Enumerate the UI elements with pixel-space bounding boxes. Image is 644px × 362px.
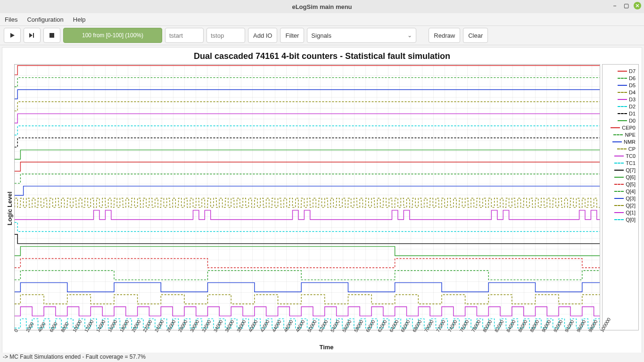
trace-TC0 — [15, 210, 600, 220]
legend: D7D6D5D4D3D2D1D0CEP0NPENMRCPTC0TC1Q[7]Q[… — [602, 64, 639, 330]
legend-label: D0 — [629, 118, 636, 123]
trace-D7 — [15, 66, 600, 75]
legend-item[interactable]: TC1 — [605, 160, 636, 166]
trace-D0 — [15, 150, 600, 159]
trace-TC1 — [15, 222, 600, 232]
legend-item[interactable]: CP — [605, 146, 636, 152]
legend-item[interactable]: D1 — [605, 111, 636, 116]
trace-Q[2] — [15, 295, 600, 304]
svg-rect-4 — [33, 33, 34, 38]
minimize-icon[interactable]: – — [611, 2, 619, 9]
play-button[interactable] — [4, 28, 21, 43]
clear-button[interactable]: Clear — [463, 28, 488, 43]
maximize-icon[interactable]: ▢ — [622, 2, 630, 9]
legend-label: Q[6] — [626, 174, 636, 180]
svg-rect-5 — [50, 33, 54, 38]
trace-Q[4] — [15, 271, 600, 280]
progress-label: 100 from [0-100] (100%) — [82, 32, 143, 39]
legend-swatch — [618, 85, 627, 86]
status-bar: -> MC Fault Simulations ended - Fault co… — [0, 353, 644, 362]
tstop-input[interactable] — [206, 28, 245, 43]
legend-swatch — [613, 134, 623, 135]
trace-Q[7] — [15, 234, 600, 244]
legend-swatch — [618, 120, 627, 121]
legend-item[interactable]: Q[4] — [605, 189, 636, 194]
svg-marker-3 — [29, 33, 33, 38]
step-icon — [29, 33, 35, 38]
legend-swatch — [618, 92, 627, 93]
tstart-input[interactable] — [165, 28, 204, 43]
redraw-button[interactable]: Redraw — [429, 28, 460, 43]
window-controls: – ▢ — [611, 2, 641, 9]
legend-item[interactable]: Q[3] — [605, 196, 636, 201]
legend-label: D2 — [629, 104, 636, 109]
titlebar: eLogSim main menu – ▢ — [0, 0, 644, 13]
legend-item[interactable]: Q[2] — [605, 203, 636, 208]
progress-indicator: 100 from [0-100] (100%) — [63, 28, 162, 43]
trace-Q[3] — [15, 283, 600, 292]
legend-item[interactable]: D7 — [605, 68, 636, 74]
window-title: eLogSim main menu — [292, 3, 352, 10]
trace-Q[1] — [15, 307, 600, 316]
legend-item[interactable]: CEP0 — [605, 125, 636, 131]
legend-swatch — [614, 212, 624, 213]
add-io-button[interactable]: Add IO — [248, 28, 277, 43]
legend-item[interactable]: Q[0] — [605, 217, 636, 222]
legend-item[interactable]: D6 — [605, 75, 636, 81]
legend-label: D4 — [629, 90, 636, 95]
trace-D4 — [15, 102, 600, 111]
trace-NPE — [15, 174, 600, 183]
chart-title: Dual cascaded 74161 4-bit counters - Sta… — [2, 48, 642, 62]
trace-D3 — [15, 114, 600, 123]
legend-swatch — [611, 127, 620, 128]
legend-label: D3 — [629, 97, 636, 102]
filter-button[interactable]: Filter — [280, 28, 304, 43]
legend-item[interactable]: D0 — [605, 118, 636, 123]
legend-swatch — [618, 99, 627, 100]
legend-item[interactable]: D5 — [605, 82, 636, 88]
legend-item[interactable]: Q[6] — [605, 174, 636, 180]
legend-label: D5 — [629, 82, 636, 88]
stop-button[interactable] — [43, 28, 60, 43]
close-icon[interactable] — [634, 2, 641, 9]
signals-select[interactable]: Signals ⌄ — [307, 28, 416, 43]
legend-item[interactable]: D4 — [605, 90, 636, 95]
menubar: Files Configuration Help — [0, 13, 644, 25]
legend-label: Q[0] — [626, 217, 636, 222]
legend-swatch — [618, 78, 627, 79]
legend-item[interactable]: NPE — [605, 132, 636, 138]
waveform-svg — [15, 65, 600, 330]
legend-swatch — [618, 71, 627, 72]
legend-item[interactable]: D3 — [605, 97, 636, 102]
legend-item[interactable]: TC0 — [605, 153, 636, 159]
legend-item[interactable]: D2 — [605, 104, 636, 109]
legend-swatch — [614, 205, 624, 206]
legend-label: D1 — [629, 111, 636, 116]
menu-configuration[interactable]: Configuration — [27, 16, 63, 23]
trace-D5 — [15, 90, 600, 99]
stop-icon — [49, 33, 55, 38]
menu-help[interactable]: Help — [73, 16, 86, 23]
legend-item[interactable]: Q[7] — [605, 167, 636, 173]
legend-label: NPE — [625, 132, 636, 138]
legend-swatch — [614, 156, 624, 156]
legend-label: Q[3] — [626, 196, 636, 201]
legend-item[interactable]: NMR — [605, 139, 636, 145]
legend-label: Q[5] — [626, 181, 636, 187]
legend-item[interactable]: Q[1] — [605, 210, 636, 215]
plot-area[interactable] — [14, 64, 600, 330]
filter-label: Filter — [285, 32, 299, 39]
add-io-label: Add IO — [253, 32, 272, 39]
legend-swatch — [614, 177, 624, 178]
trace-D6 — [15, 78, 600, 87]
step-button[interactable] — [24, 28, 41, 43]
legend-swatch — [614, 163, 624, 164]
trace-D1 — [15, 138, 600, 148]
trace-NMR — [15, 186, 600, 196]
legend-label: CP — [628, 146, 636, 152]
menu-files[interactable]: Files — [5, 16, 17, 23]
legend-swatch — [614, 191, 624, 192]
legend-item[interactable]: Q[5] — [605, 181, 636, 187]
trace-D2 — [15, 126, 600, 135]
legend-swatch — [618, 113, 627, 114]
